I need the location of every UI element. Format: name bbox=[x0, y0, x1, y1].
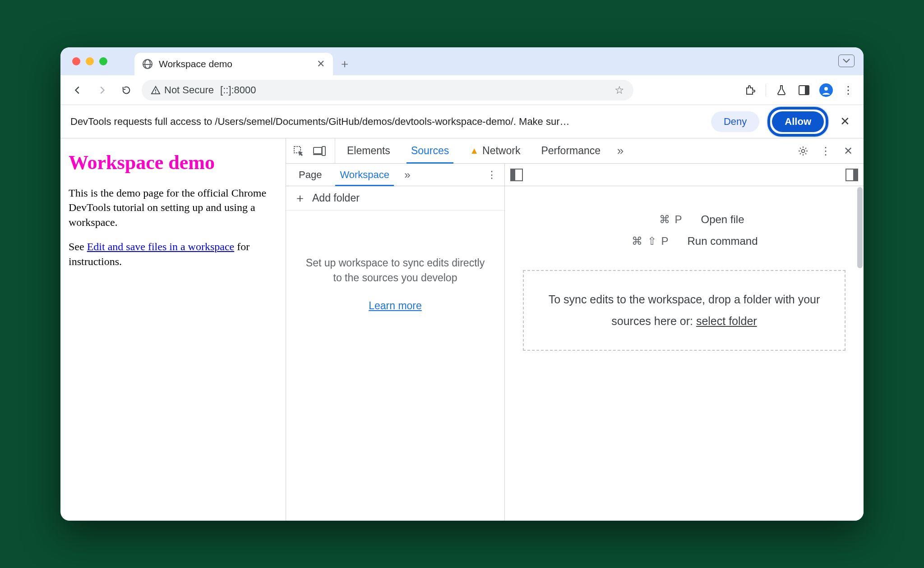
forward-button[interactable] bbox=[93, 81, 111, 99]
settings-icon[interactable] bbox=[795, 143, 811, 159]
plus-icon: ＋ bbox=[294, 190, 306, 206]
browser-menu-icon[interactable]: ⋮ bbox=[841, 83, 855, 97]
divider bbox=[766, 84, 766, 96]
inspect-element-icon[interactable] bbox=[291, 143, 307, 159]
devtools-tabbar: Elements Sources ▲ Network Performance »… bbox=[286, 138, 864, 164]
close-window-icon[interactable] bbox=[72, 57, 80, 65]
tab-elements[interactable]: Elements bbox=[338, 138, 399, 163]
security-badge[interactable]: Not Secure bbox=[151, 84, 214, 96]
close-tab-icon[interactable]: ✕ bbox=[317, 58, 325, 70]
editor-topstrip bbox=[505, 164, 864, 186]
omnibox[interactable]: Not Secure [::]:8000 ☆ bbox=[142, 80, 633, 101]
tab-sources[interactable]: Sources bbox=[402, 138, 458, 163]
warning-icon bbox=[151, 86, 161, 95]
tab-title: Workspace demo bbox=[159, 59, 310, 69]
tab-overflow-icon[interactable]: » bbox=[612, 143, 628, 159]
warning-icon: ▲ bbox=[470, 146, 479, 156]
devtools-close-icon[interactable]: ✕ bbox=[840, 143, 856, 159]
subtab-overflow-icon[interactable]: » bbox=[399, 167, 416, 183]
svg-point-4 bbox=[824, 87, 828, 91]
profile-avatar[interactable] bbox=[819, 83, 833, 97]
browser-window: Workspace demo ✕ ＋ Not Secure [::]:8000 … bbox=[60, 47, 864, 521]
add-folder-button[interactable]: ＋ Add folder bbox=[286, 186, 504, 211]
back-button[interactable] bbox=[69, 81, 87, 99]
learn-more-link[interactable]: Learn more bbox=[369, 298, 422, 313]
reload-button[interactable] bbox=[117, 81, 135, 99]
window-controls bbox=[72, 57, 107, 65]
page-paragraph-2: See Edit and save files in a workspace f… bbox=[69, 239, 277, 269]
shortcut-run-command: ⌘ ⇧ P Run command bbox=[610, 235, 758, 247]
allow-highlight: Allow bbox=[767, 107, 828, 137]
tab-network[interactable]: ▲ Network bbox=[461, 138, 529, 163]
page-paragraph-1: This is the demo page for the official C… bbox=[69, 186, 277, 229]
globe-icon bbox=[143, 59, 152, 69]
main-split: Workspace demo This is the demo page for… bbox=[60, 138, 864, 521]
sources-editor-pane: ⌘ P Open file ⌘ ⇧ P Run command To sync … bbox=[505, 164, 864, 521]
bookmark-icon[interactable]: ☆ bbox=[614, 84, 624, 96]
devtools-menu-icon[interactable]: ⋮ bbox=[818, 143, 834, 159]
svg-rect-3 bbox=[805, 86, 809, 95]
rendered-page: Workspace demo This is the demo page for… bbox=[60, 138, 286, 521]
infobar-close-icon[interactable]: ✕ bbox=[836, 115, 854, 128]
security-label: Not Secure bbox=[164, 84, 214, 96]
sources-navigator: Page Workspace » ⋮ ＋ Add folder Set up w… bbox=[286, 164, 505, 521]
workspace-tutorial-link[interactable]: Edit and save files in a workspace bbox=[87, 241, 235, 252]
svg-rect-8 bbox=[322, 147, 325, 156]
navigator-menu-icon[interactable]: ⋮ bbox=[484, 167, 500, 183]
tab-performance[interactable]: Performance bbox=[532, 138, 610, 163]
minimize-window-icon[interactable] bbox=[86, 57, 94, 65]
scrollbar[interactable] bbox=[857, 187, 863, 268]
show-debugger-icon[interactable] bbox=[845, 169, 858, 181]
toolbar-right: ⋮ bbox=[743, 83, 855, 97]
navigator-tabs: Page Workspace » ⋮ bbox=[286, 164, 504, 186]
svg-rect-6 bbox=[314, 147, 322, 154]
experiments-icon[interactable] bbox=[774, 83, 789, 97]
sources-split: Page Workspace » ⋮ ＋ Add folder Set up w… bbox=[286, 164, 864, 521]
browser-tab[interactable]: Workspace demo ✕ bbox=[134, 53, 333, 75]
url-text: [::]:8000 bbox=[220, 84, 256, 96]
show-navigator-icon[interactable] bbox=[510, 169, 523, 181]
workspace-empty-state: Set up workspace to sync edits directly … bbox=[286, 211, 504, 521]
extensions-icon[interactable] bbox=[743, 83, 758, 97]
titlebar: Workspace demo ✕ ＋ bbox=[60, 47, 864, 75]
select-folder-link[interactable]: select folder bbox=[696, 315, 757, 327]
shortcut-hints: ⌘ P Open file ⌘ ⇧ P Run command bbox=[505, 186, 864, 261]
devtools-inspect-group bbox=[291, 138, 335, 163]
infobar-message: DevTools requests full access to /Users/… bbox=[70, 116, 703, 128]
page-heading: Workspace demo bbox=[69, 151, 277, 174]
new-tab-button[interactable]: ＋ bbox=[336, 55, 354, 73]
maximize-window-icon[interactable] bbox=[99, 57, 107, 65]
svg-point-1 bbox=[155, 92, 156, 93]
deny-button[interactable]: Deny bbox=[711, 111, 759, 132]
devtools-panel: Elements Sources ▲ Network Performance »… bbox=[286, 138, 864, 521]
subtab-workspace[interactable]: Workspace bbox=[332, 164, 397, 186]
side-panel-icon[interactable] bbox=[797, 83, 811, 97]
device-toolbar-icon[interactable] bbox=[311, 143, 328, 159]
workspace-dropzone[interactable]: To sync edits to the workspace, drop a f… bbox=[523, 270, 845, 351]
toolbar: Not Secure [::]:8000 ☆ ⋮ bbox=[60, 75, 864, 105]
subtab-page[interactable]: Page bbox=[291, 164, 330, 186]
tab-overflow-button[interactable] bbox=[838, 55, 855, 67]
permission-infobar: DevTools requests full access to /Users/… bbox=[60, 105, 864, 138]
svg-point-9 bbox=[802, 149, 805, 152]
shortcut-open-file: ⌘ P Open file bbox=[624, 213, 744, 226]
allow-button[interactable]: Allow bbox=[772, 111, 824, 132]
